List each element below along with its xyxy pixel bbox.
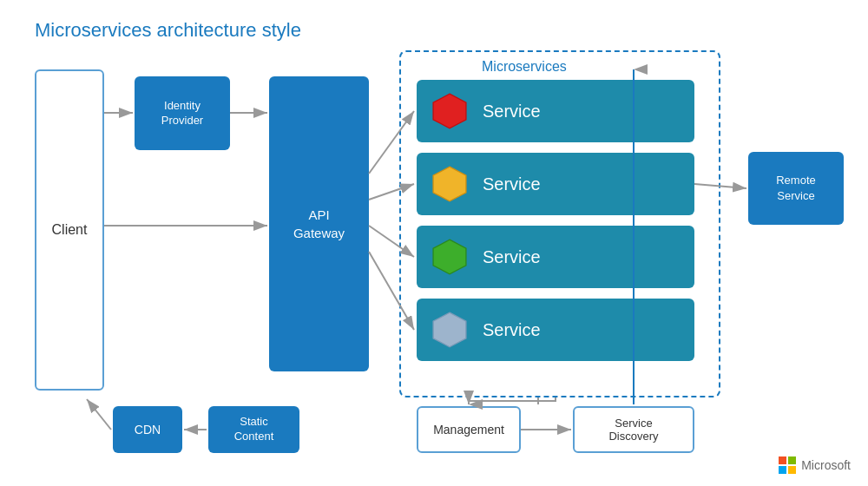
arrow-cdn-to-client — [87, 399, 111, 430]
client-box: Client — [35, 69, 104, 391]
svg-marker-0 — [433, 94, 466, 128]
page-title: Microservices architecture style — [35, 19, 301, 42]
remote-service-label: RemoteService — [776, 173, 816, 204]
service-row-4: Service — [417, 299, 694, 361]
client-label: Client — [52, 222, 88, 238]
remote-service-box: RemoteService — [748, 152, 844, 225]
service-3-label: Service — [483, 247, 541, 267]
microsoft-grid-icon — [779, 456, 796, 474]
static-content-label: StaticContent — [234, 415, 274, 444]
ms-yellow-square — [788, 466, 796, 474]
management-box: Management — [417, 406, 521, 453]
api-gateway-label: APIGateway — [293, 206, 345, 242]
service-row-1: Service — [417, 80, 694, 142]
svg-marker-2 — [433, 240, 466, 274]
ms-red-square — [779, 456, 786, 464]
cdn-box: CDN — [113, 406, 182, 453]
service-3-hex — [431, 238, 469, 276]
service-discovery-box: ServiceDiscovery — [573, 406, 694, 453]
service-row-3: Service — [417, 226, 694, 288]
static-content-box: StaticContent — [208, 406, 299, 453]
api-gateway-box: APIGateway — [269, 76, 369, 371]
service-4-hex — [431, 311, 469, 349]
microsoft-logo: Microsoft — [779, 456, 851, 474]
path-ms-to-management — [469, 397, 556, 404]
service-1-hex — [431, 92, 469, 130]
cdn-label: CDN — [135, 423, 161, 437]
svg-marker-3 — [433, 312, 466, 347]
identity-provider-label: IdentityProvider — [161, 99, 203, 128]
identity-provider-box: IdentityProvider — [135, 76, 230, 150]
ms-blue-square — [779, 466, 786, 474]
service-row-2: Service — [417, 153, 694, 215]
ms-green-square — [788, 456, 796, 464]
service-2-label: Service — [483, 174, 541, 194]
service-1-label: Service — [483, 102, 541, 122]
svg-marker-1 — [433, 167, 466, 201]
microsoft-name: Microsoft — [801, 458, 851, 472]
microservices-title: Microservices — [482, 59, 567, 75]
management-label: Management — [433, 423, 504, 437]
service-4-label: Service — [483, 320, 541, 340]
service-2-hex — [431, 165, 469, 203]
service-discovery-label: ServiceDiscovery — [608, 417, 658, 443]
